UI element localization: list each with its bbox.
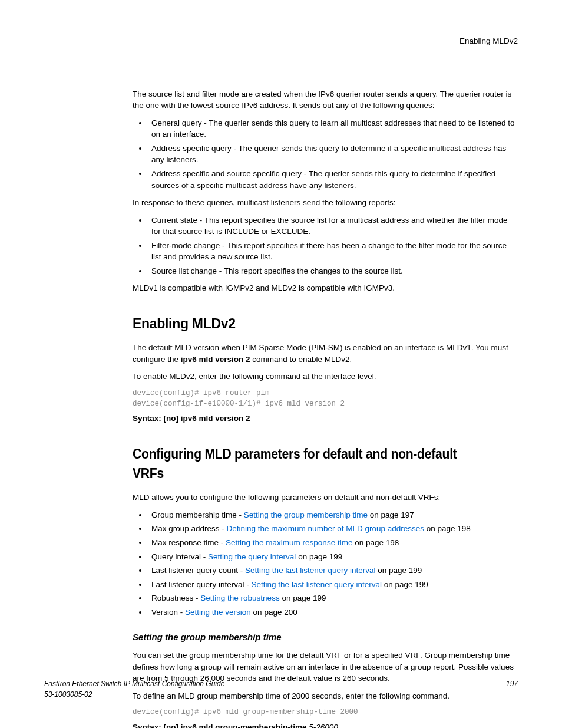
subsection-heading: Setting the group membership time: [133, 631, 518, 644]
text-run: Version -: [151, 608, 185, 617]
doc-number: 53-1003085-02: [44, 690, 224, 700]
text-run: on page 199: [296, 552, 342, 561]
page: Enabling MLDv2 The source list and filte…: [0, 0, 562, 728]
list-item: Robustness - Setting the robustness on p…: [148, 592, 518, 604]
list-item: Address specific and source specific que…: [148, 168, 518, 191]
list-item: Source list change - This report specifi…: [148, 265, 518, 277]
code-block: device(config)# ipv6 mld group-membershi…: [133, 707, 518, 718]
text-run: on page 198: [352, 538, 399, 547]
xref-link[interactable]: Setting the last listener query interval: [252, 580, 382, 589]
text-run: Max response time -: [151, 538, 226, 547]
text-run: on page 198: [424, 524, 471, 533]
text-run: on page 197: [368, 510, 414, 519]
params-list: Group membership time - Setting the grou…: [133, 509, 518, 618]
command-name: ipv6 mld version 2: [181, 355, 250, 364]
text-run: Syntax: [no] ipv6 mld group-membership-t…: [133, 723, 309, 728]
text-run: Last listener query count -: [151, 566, 245, 575]
list-item: Filter-mode change - This report specifi…: [148, 240, 518, 263]
text-run: on page 199: [375, 566, 422, 575]
sec1-paragraph-2: To enable MLDv2, enter the following com…: [133, 371, 518, 383]
compat-paragraph: MLDv1 is compatible with IGMPv2 and MLDv…: [133, 282, 518, 294]
list-item: Max group address - Defining the maximum…: [148, 523, 518, 535]
page-number: 197: [506, 679, 518, 700]
list-item: Last listener query count - Setting the …: [148, 565, 518, 577]
doc-title: FastIron Ethernet Switch IP Multicast Co…: [44, 679, 224, 689]
text-run: Group membership time -: [151, 510, 244, 519]
queries-list: General query - The querier sends this q…: [133, 117, 518, 191]
text-run: on page 199: [382, 580, 428, 589]
xref-link[interactable]: Setting the group membership time: [244, 510, 368, 519]
list-item: Group membership time - Setting the grou…: [148, 509, 518, 521]
footer-left: FastIron Ethernet Switch IP Multicast Co…: [44, 679, 224, 700]
xref-link[interactable]: Setting the version: [185, 608, 251, 617]
syntax-line: Syntax: [no] ipv6 mld version 2: [133, 413, 518, 424]
section-heading-configuring-mld: Configuring MLD parameters for default a…: [133, 444, 487, 484]
text-run: Robustness -: [151, 594, 200, 602]
xref-link[interactable]: Defining the maximum number of MLD group…: [227, 524, 424, 533]
page-footer: FastIron Ethernet Switch IP Multicast Co…: [44, 679, 518, 700]
xref-link[interactable]: Setting the query interval: [208, 552, 296, 561]
list-item: Max response time - Setting the maximum …: [148, 537, 518, 549]
code-block: device(config)# ipv6 router pim device(c…: [133, 388, 518, 409]
xref-link[interactable]: Setting the last listener query interval: [245, 566, 375, 575]
text-run: Last listener query interval -: [151, 580, 252, 589]
sec1-paragraph-1: The default MLD version when PIM Sparse …: [133, 342, 518, 365]
list-item: Address specific query - The querier sen…: [148, 143, 518, 166]
sec2-paragraph-1: MLD allows you to configure the followin…: [133, 492, 518, 503]
xref-link[interactable]: Setting the maximum response time: [226, 538, 352, 547]
text-run: Query interval -: [151, 552, 208, 561]
text-run: on page 199: [280, 594, 326, 602]
list-item: Query interval - Setting the query inter…: [148, 551, 518, 563]
list-item: Last listener query interval - Setting t…: [148, 579, 518, 591]
list-item: Version - Setting the version on page 20…: [148, 607, 518, 618]
section-heading-enabling-mldv2: Enabling MLDv2: [133, 314, 518, 334]
syntax-line: Syntax: [no] ipv6 mld group-membership-t…: [133, 722, 518, 728]
reports-intro: In response to these queries, multicast …: [133, 197, 518, 209]
intro-paragraph: The source list and filter mode are crea…: [133, 88, 518, 111]
reports-list: Current state - This report specifies th…: [133, 215, 518, 277]
xref-link[interactable]: Setting the robustness: [200, 594, 279, 602]
running-header: Enabling MLDv2: [44, 35, 518, 47]
text-run: command to enable MLDv2.: [250, 355, 352, 364]
list-item: Current state - This report specifies th…: [148, 215, 518, 238]
list-item: General query - The querier sends this q…: [148, 117, 518, 140]
syntax-arg: 5-26000: [309, 723, 338, 728]
text-run: on page 200: [251, 608, 297, 617]
body-content: The source list and filter mode are crea…: [133, 88, 518, 728]
text-run: Max group address -: [151, 524, 227, 533]
